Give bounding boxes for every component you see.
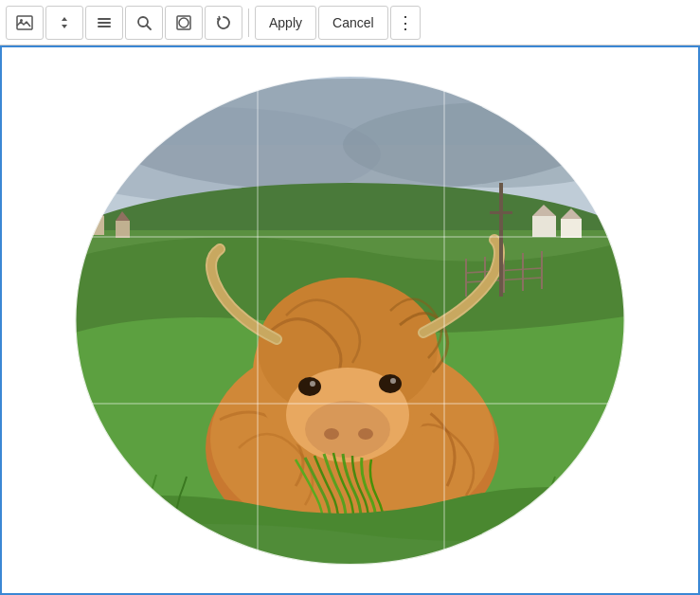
svg-rect-38 bbox=[277, 564, 305, 571]
menu-button[interactable] bbox=[85, 6, 123, 40]
cancel-label: Cancel bbox=[332, 15, 374, 30]
svg-rect-52 bbox=[499, 183, 503, 297]
svg-rect-19 bbox=[116, 221, 130, 238]
image-editor-area[interactable] bbox=[0, 45, 700, 595]
image-icon bbox=[15, 13, 34, 32]
svg-point-51 bbox=[390, 378, 396, 384]
svg-point-50 bbox=[310, 381, 315, 387]
svg-rect-39 bbox=[324, 567, 350, 571]
image-button[interactable] bbox=[6, 6, 44, 40]
rotate-icon bbox=[214, 13, 233, 32]
photo-scene bbox=[68, 69, 632, 571]
adjust-icon bbox=[55, 13, 74, 32]
crop-container bbox=[38, 64, 663, 576]
frame-icon bbox=[174, 13, 193, 32]
svg-rect-40 bbox=[371, 567, 398, 571]
cancel-button[interactable]: Cancel bbox=[318, 6, 388, 40]
svg-rect-17 bbox=[87, 216, 104, 235]
more-button[interactable]: ⋮ bbox=[390, 6, 421, 40]
svg-point-8 bbox=[179, 18, 188, 27]
svg-rect-41 bbox=[414, 564, 442, 571]
more-icon: ⋮ bbox=[397, 12, 414, 33]
svg-point-45 bbox=[305, 401, 390, 458]
toolbar-divider bbox=[248, 9, 249, 37]
svg-rect-3 bbox=[98, 22, 111, 24]
apply-label: Apply bbox=[269, 15, 302, 30]
search-icon bbox=[135, 13, 153, 32]
svg-point-48 bbox=[298, 377, 321, 396]
rotate-button[interactable] bbox=[205, 6, 242, 40]
svg-point-47 bbox=[358, 428, 373, 440]
svg-point-49 bbox=[379, 374, 402, 393]
apply-button[interactable]: Apply bbox=[255, 6, 316, 40]
svg-rect-2 bbox=[98, 18, 111, 20]
search-button[interactable] bbox=[125, 6, 163, 40]
svg-rect-30 bbox=[561, 219, 582, 238]
svg-rect-28 bbox=[532, 216, 556, 237]
menu-icon bbox=[95, 13, 114, 32]
toolbar: Apply Cancel ⋮ bbox=[0, 0, 700, 45]
adjust-button[interactable] bbox=[45, 6, 83, 40]
svg-rect-53 bbox=[490, 211, 512, 214]
svg-point-46 bbox=[324, 428, 339, 440]
svg-line-6 bbox=[147, 26, 151, 29]
crop-circle-wrapper bbox=[68, 69, 632, 571]
frame-button[interactable] bbox=[165, 6, 203, 40]
svg-point-14 bbox=[343, 102, 632, 188]
svg-rect-4 bbox=[98, 26, 111, 27]
